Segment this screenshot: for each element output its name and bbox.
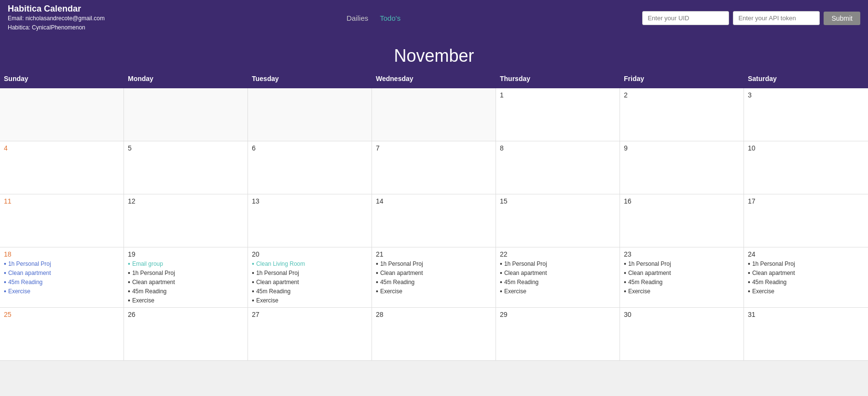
tab-todos[interactable]: Todo's [380,12,400,24]
task-label: 1h Personal Proj [504,260,547,268]
task-item: •Clean apartment [624,269,740,277]
task-item: •1h Personal Proj [128,269,244,277]
day-number: 25 [4,311,120,318]
task-item: •Email group [128,260,244,268]
task-label: 1h Personal Proj [380,260,423,268]
nav-tabs: Dailies Todo's [114,12,633,24]
task-item: •1h Personal Proj [624,260,740,268]
task-label: 45m Reading [8,278,42,287]
task-item: •Clean apartment [376,269,492,277]
task-dot: • [748,287,750,296]
task-dot: • [624,287,626,296]
task-label: Clean apartment [752,269,795,277]
day-number: 29 [500,311,616,318]
cal-cell: 21•1h Personal Proj•Clean apartment•45m … [372,247,496,308]
task-label: 45m Reading [256,287,290,296]
task-item: •1h Personal Proj [748,260,864,268]
task-item: •1h Personal Proj [376,260,492,268]
app-title: Habitica Calendar [8,4,105,14]
day-number: 24 [748,250,864,258]
cal-cell: 18•1h Personal Proj•Clean apartment•45m … [0,247,124,308]
task-label: Exercise [752,287,774,296]
task-dot: • [500,278,502,287]
cal-cell: 9 [620,141,744,194]
day-number: 31 [748,311,864,318]
submit-button[interactable]: Submit [824,12,860,25]
cal-cell: 12 [124,194,248,247]
user-habitica: CynicalPhenomenon [32,24,85,31]
task-dot: • [4,287,6,296]
cal-cell: 13 [248,194,372,247]
task-dot: • [624,269,626,277]
cal-cell: 6 [248,141,372,194]
auth-area: Submit [642,11,860,25]
day-number: 30 [624,311,740,318]
task-dot: • [128,297,130,305]
habitica-label: Habitica: [8,24,30,31]
uid-input[interactable] [642,11,729,25]
task-dot: • [748,260,750,268]
task-label: Exercise [504,287,526,296]
cal-cell: 31 [744,308,868,361]
task-item: •1h Personal Proj [500,260,616,268]
cal-cell [0,88,124,141]
task-dot: • [500,269,502,277]
day-number: 28 [376,311,492,318]
calendar-grid: 123456789101112131415161718•1h Personal … [0,88,868,361]
task-item: •1h Personal Proj [252,269,368,277]
day-number: 20 [252,250,368,258]
cal-cell: 4 [0,141,124,194]
task-label: Clean apartment [8,269,51,277]
day-number: 27 [252,311,368,318]
task-dot: • [252,260,254,268]
day-number: 21 [376,250,492,258]
day-number: 16 [624,197,740,205]
tab-dailies[interactable]: Dailies [346,12,368,24]
task-dot: • [748,278,750,287]
header-tuesday: Tuesday [248,71,372,88]
cal-cell: 20•Clean Living Room•1h Personal Proj•Cl… [248,247,372,308]
task-dot: • [128,287,130,296]
task-label: Clean apartment [380,269,423,277]
api-token-input[interactable] [733,11,820,25]
task-dot: • [252,269,254,277]
header: Habitica Calendar Email: nicholasandreco… [0,0,868,36]
day-number: 6 [252,144,368,152]
task-item: •45m Reading [252,287,368,296]
day-number: 2 [624,91,740,99]
email-label: Email: [8,15,24,22]
task-dot: • [4,269,6,277]
day-number: 9 [624,144,740,152]
day-number: 3 [748,91,864,99]
task-label: Exercise [256,297,278,305]
task-item: •Exercise [624,287,740,296]
task-label: Clean apartment [504,269,547,277]
task-dot: • [748,269,750,277]
cal-cell: 8 [496,141,620,194]
cal-cell: 28 [372,308,496,361]
task-label: Clean apartment [132,278,175,287]
task-item: •Clean apartment [128,278,244,287]
task-item: •Clean apartment [748,269,864,277]
day-number: 15 [500,197,616,205]
cal-cell: 19•Email group•1h Personal Proj•Clean ap… [124,247,248,308]
task-item: •45m Reading [500,278,616,287]
day-number: 18 [4,250,120,258]
day-headers: Sunday Monday Tuesday Wednesday Thursday… [0,71,868,88]
day-number: 7 [376,144,492,152]
day-number: 11 [4,197,120,205]
task-label: Exercise [380,287,402,296]
task-label: 45m Reading [380,278,414,287]
cal-cell: 30 [620,308,744,361]
cal-cell: 24•1h Personal Proj•Clean apartment•45m … [744,247,868,308]
task-label: 1h Personal Proj [256,269,299,277]
cal-cell: 2 [620,88,744,141]
task-label: Clean apartment [256,278,299,287]
task-label: 45m Reading [504,278,538,287]
user-info: Email: nicholasandrecote@gmail.com Habit… [8,14,105,32]
task-label: 1h Personal Proj [752,260,795,268]
day-number: 1 [500,91,616,99]
header-sunday: Sunday [0,71,124,88]
day-number: 22 [500,250,616,258]
day-number: 10 [748,144,864,152]
